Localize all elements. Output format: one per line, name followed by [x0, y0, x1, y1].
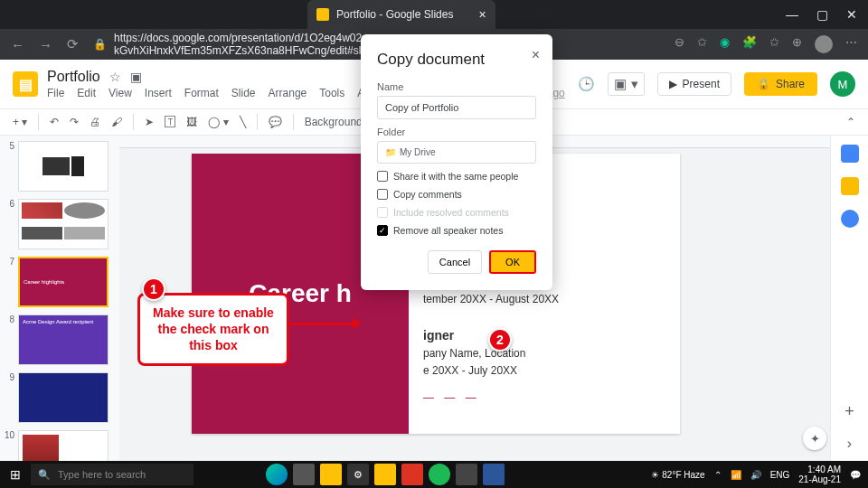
calendar-addon-icon[interactable] [841, 145, 859, 163]
clock[interactable]: 1:40 AM 21-Aug-21 [798, 465, 841, 484]
copy-document-dialog: Copy document × Name Folder 📁 My Drive S… [361, 34, 552, 290]
collections-icon[interactable]: ⊕ [792, 35, 802, 53]
notification-icon[interactable]: 💬 [850, 470, 861, 480]
menu-slide[interactable]: Slide [231, 87, 256, 99]
word-taskbar-icon[interactable] [483, 464, 505, 485]
browser-tab[interactable]: Portfolio - Google Slides × [307, 0, 495, 29]
menu-edit[interactable]: Edit [77, 87, 96, 99]
language-icon[interactable]: ENG [770, 470, 790, 480]
line-icon[interactable]: ╲ [240, 116, 246, 128]
weather-widget[interactable]: ☀ 82°F Haze [651, 470, 704, 480]
menu-icon[interactable]: ⋯ [845, 35, 857, 53]
office-taskbar-icon[interactable] [401, 464, 423, 485]
collapse-panel-icon[interactable]: › [847, 436, 852, 452]
slide-thumb-5[interactable] [18, 141, 108, 192]
spotify-taskbar-icon[interactable] [429, 464, 450, 485]
move-icon[interactable]: ▣ [130, 70, 142, 84]
wifi-icon[interactable]: 📶 [731, 470, 741, 480]
share-button[interactable]: 🔒 Share [744, 72, 817, 96]
print-icon[interactable]: 🖨 [90, 116, 100, 128]
reload-icon[interactable]: ⟳ [67, 36, 79, 52]
tab-title: Portfolio - Google Slides [336, 8, 453, 21]
explore-button[interactable]: ✦ [803, 427, 826, 450]
extension-icon[interactable]: ◉ [720, 35, 730, 53]
include-resolved-checkbox: Include resolved comments [377, 207, 536, 218]
redo-icon[interactable]: ↷ [70, 116, 79, 128]
menu-file[interactable]: File [47, 87, 64, 99]
browser-titlebar: Portfolio - Google Slides × — ▢ ✕ [0, 0, 868, 29]
copy-comments-checkbox[interactable]: Copy comments [377, 189, 536, 200]
tray-chevron-icon[interactable]: ⌃ [714, 470, 722, 480]
zoom-icon[interactable]: ⊖ [675, 35, 684, 53]
add-addon-icon[interactable]: + [844, 402, 854, 421]
close-window-icon[interactable]: ✕ [846, 7, 857, 22]
remove-speaker-notes-checkbox[interactable]: ✓Remove all speaker notes [377, 225, 536, 236]
ok-button[interactable]: OK [489, 250, 536, 274]
slide-thumb-10[interactable] [18, 430, 108, 461]
share-same-people-checkbox[interactable]: Share it with the same people [377, 171, 536, 182]
cursor-icon[interactable]: ➤ [145, 116, 154, 128]
collapse-toolbar-icon[interactable]: ⌃ [846, 116, 855, 128]
menu-view[interactable]: View [108, 87, 132, 99]
start-button[interactable]: ⊞ [0, 467, 31, 482]
folder-label: Folder [377, 127, 536, 137]
forward-icon[interactable]: → [39, 37, 52, 52]
maximize-icon[interactable]: ▢ [816, 7, 828, 22]
new-slide-icon[interactable]: + ▾ [13, 116, 27, 128]
annotation-arrow [289, 323, 357, 325]
present-button[interactable]: ▶ Present [657, 72, 731, 96]
background-button[interactable]: Background [305, 116, 363, 128]
document-name-input[interactable] [377, 96, 536, 119]
tasks-addon-icon[interactable] [841, 210, 859, 228]
slide-thumb-9[interactable] [18, 372, 108, 423]
menu-insert[interactable]: Insert [145, 87, 172, 99]
edge-taskbar-icon[interactable] [266, 464, 288, 485]
comment-history-icon[interactable]: 🕒 [578, 76, 595, 92]
app3-taskbar-icon[interactable] [456, 464, 477, 485]
slides-favicon-icon [316, 8, 329, 21]
menu-format[interactable]: Format [184, 87, 219, 99]
slide-thumb-6[interactable] [18, 199, 108, 249]
dialog-close-icon[interactable]: × [532, 47, 540, 63]
menu-arrange[interactable]: Arrange [269, 87, 307, 99]
slides-logo-icon[interactable]: ▤ [13, 71, 38, 97]
annotation-badge-2: 2 [488, 328, 512, 352]
profile-avatar-icon[interactable] [815, 35, 833, 53]
app2-taskbar-icon[interactable] [374, 464, 396, 485]
minimize-icon[interactable]: — [786, 7, 798, 22]
keep-addon-icon[interactable] [841, 177, 859, 195]
back-icon[interactable]: ← [11, 37, 24, 52]
name-label: Name [377, 81, 536, 92]
volume-icon[interactable]: 🔊 [750, 470, 761, 480]
image-icon[interactable]: 🖼 [186, 116, 197, 128]
cancel-button[interactable]: Cancel [428, 250, 482, 274]
side-panel: + › [830, 136, 868, 461]
taskbar-search[interactable]: 🔍 Type here to search [31, 464, 193, 485]
slide-thumb-8[interactable]: Acme Design Award recipient [18, 314, 108, 365]
annotation-callout: Make sure to enable the check mark on th… [137, 293, 289, 366]
app-taskbar-icon[interactable] [293, 464, 315, 485]
settings-taskbar-icon[interactable]: ⚙ [347, 464, 369, 485]
close-tab-icon[interactable]: × [478, 7, 486, 22]
favorites-bar-icon[interactable]: ✩ [769, 35, 779, 53]
explorer-taskbar-icon[interactable] [320, 464, 342, 485]
favorite-icon[interactable]: ✩ [697, 35, 707, 53]
slide-filmstrip: 5 6 7Career highlights 8Acme Design Awar… [0, 136, 119, 461]
paint-format-icon[interactable]: 🖌 [111, 116, 122, 128]
lock-icon: 🔒 [93, 38, 107, 51]
shape-icon[interactable]: ◯ ▾ [208, 116, 228, 128]
textbox-icon[interactable]: 🅃 [165, 116, 175, 128]
annotation-badge-1: 1 [142, 277, 165, 301]
user-avatar[interactable]: M [830, 71, 855, 97]
folder-picker[interactable]: 📁 My Drive [377, 141, 536, 164]
extensions-icon[interactable]: 🧩 [742, 35, 757, 53]
windows-taskbar: ⊞ 🔍 Type here to search ⚙ ☀ 82°F Haze ⌃ … [0, 461, 868, 488]
comment-icon[interactable]: 💬 [269, 116, 282, 128]
present-dropdown-icon[interactable]: ▣ ▾ [608, 72, 644, 96]
document-title[interactable]: Portfolio [47, 69, 100, 85]
slide-thumb-7[interactable]: Career highlights [18, 257, 108, 307]
annotation-arrow-head [353, 318, 362, 329]
star-icon[interactable]: ☆ [109, 70, 121, 84]
undo-icon[interactable]: ↶ [50, 116, 59, 128]
menu-tools[interactable]: Tools [319, 87, 344, 99]
